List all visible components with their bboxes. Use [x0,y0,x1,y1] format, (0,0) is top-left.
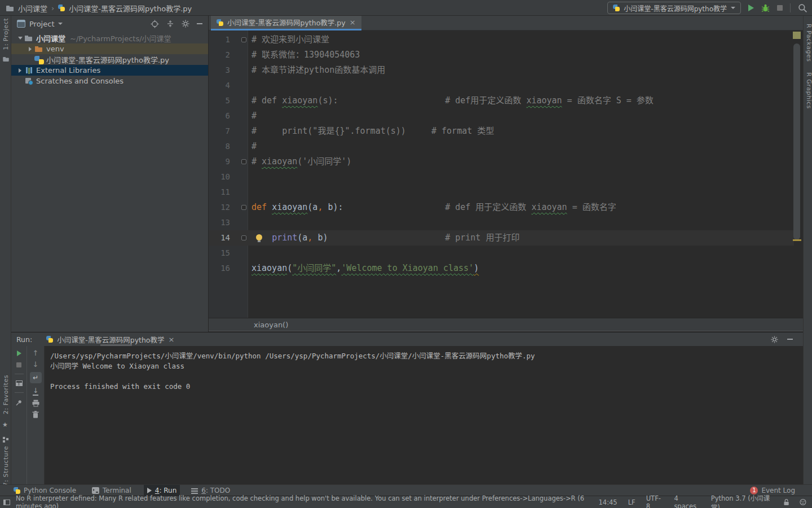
line-number: 12 [220,203,230,212]
up-arrow-icon[interactable]: ↑ [33,349,39,357]
gear-icon[interactable] [771,336,778,343]
print-icon[interactable] [32,400,39,407]
fold-marker-icon[interactable] [241,37,246,42]
code-line[interactable]: def xiaoyan(a, b): # def 用于定义函数 xiaoyan … [248,200,794,215]
status-indent[interactable]: 4 spaces [674,494,700,508]
code-token: # 本章节讲述python函数基本调用 [251,65,385,75]
tree-row[interactable]: External Libraries [11,65,208,76]
code-area[interactable]: # 欢迎来到小闫课堂# 联系微信：13904054063# 本章节讲述pytho… [248,32,794,276]
collapse-all-icon[interactable] [166,20,174,28]
editor-tab[interactable]: 小闫课堂-黑客云源码网pytho教学.py × [211,16,361,30]
warning-stripe-mark[interactable] [793,239,801,241]
gutter-line: 7 [209,124,248,139]
external-libraries-icon [24,66,34,75]
toolwindow-toggle-icon[interactable] [3,500,10,505]
intention-bulb-icon[interactable] [256,234,262,240]
tree-row[interactable]: Scratches and Consoles [11,76,208,86]
run-tab[interactable]: 小闫课堂-黑客云源码网pytho教学 × [46,334,174,345]
breadcrumb-project[interactable]: 小闫课堂 [18,3,47,14]
code-line[interactable]: # print("我是{}".format(s)) # format 类型 [248,124,794,139]
code-line[interactable] [248,215,794,230]
project-panel-actions [151,20,202,28]
tool-stripe-structure[interactable]: 7: Structure [2,446,10,486]
hide-panel-icon[interactable] [197,23,202,24]
editor-scrollbar[interactable] [793,43,800,240]
console-line [50,371,803,382]
status-line-separator[interactable]: LF [628,498,636,506]
code-line[interactable]: # def xiaoyan(s): # def用于定义函数 xiaoyan = … [248,93,794,108]
gutter-lines: 12345678910111213141516 [209,32,248,276]
tool-stripe-project[interactable]: 1: Project [2,18,10,50]
tree-row[interactable]: venv [11,43,208,54]
close-icon[interactable]: × [350,19,356,26]
folder-icon [6,5,14,12]
code-line[interactable] [248,246,794,261]
console-line: Process finished with exit code 0 [50,382,803,392]
stop-button[interactable] [777,5,783,11]
code-token: ( [287,263,292,273]
inspection-indicator[interactable] [793,32,801,39]
chevron-down-icon[interactable] [16,37,24,40]
down-arrow-icon[interactable]: ↓ [33,361,39,368]
breadcrumb-file[interactable]: 小闫课堂-黑客云源码网pytho教学.py [69,3,192,14]
tool-stripe-r-graphics[interactable]: R Graphics [805,72,812,109]
run-configuration-select[interactable]: 小闫课堂-黑客云源码网pytho教学 [607,2,741,14]
tree-row[interactable]: 小闫课堂~/PycharmProjects/小闫课堂 [11,33,208,43]
tree-row[interactable]: 小闫课堂-黑客云源码网pytho教学.py [11,54,208,65]
code-line[interactable]: # xiaoyan('小闫同学') [248,154,794,169]
close-icon[interactable]: × [169,336,175,343]
divider [15,392,24,393]
gutter-line: 11 [209,185,248,200]
restore-layout-icon[interactable] [16,380,23,386]
locate-icon[interactable] [151,20,159,28]
project-panel-title[interactable]: Project [29,20,54,28]
titlebar-actions: 小闫课堂-黑客云源码网pytho教学 [607,0,807,16]
status-bar: No R interpreter defined: Many R related… [0,496,812,508]
code-line[interactable]: print(a, b) # print 用于打印 [248,230,794,246]
tool-stripe-r-packages[interactable]: R Packages [805,24,812,62]
soft-wrap-icon[interactable]: ↵ [30,372,42,383]
chevron-right-icon[interactable] [26,47,34,51]
code-token: 'Welcome to Xiaoyan class' [341,263,474,273]
breadcrumb-scope[interactable]: xiaoyan() [254,321,288,329]
status-message[interactable]: No R interpreter defined: Many R related… [16,494,599,508]
line-number: 9 [226,157,230,166]
toolbtn-label: Terminal [103,487,131,494]
status-encoding[interactable]: UTF-8 [646,494,664,508]
hector-icon[interactable] [800,498,806,506]
rerun-button[interactable] [17,351,21,356]
chevron-right-icon[interactable] [16,68,24,73]
code-token [328,233,445,243]
chevron-down-icon[interactable] [58,23,63,25]
stop-button[interactable] [16,362,21,367]
code-line[interactable] [248,185,794,200]
fold-marker-icon[interactable] [241,235,246,240]
debug-button[interactable] [761,4,770,12]
code-line[interactable]: xiaoyan("小闫同学",'Welcome to Xiaoyan class… [248,261,794,276]
tree-item-label: Scratches and Consoles [36,77,123,85]
gear-icon[interactable] [182,20,189,28]
fold-marker-icon[interactable] [241,159,246,164]
run-icon [147,488,152,493]
run-button[interactable] [748,5,754,11]
lock-icon[interactable] [784,498,789,506]
code-line[interactable]: # [248,139,794,154]
code-line[interactable] [248,78,794,93]
code-line[interactable]: # 本章节讲述python函数基本调用 [248,63,794,78]
pin-icon[interactable] [15,399,23,406]
status-interpreter[interactable]: Python 3.7 (小闫课堂) [711,493,773,508]
code-line[interactable] [248,169,794,185]
fold-marker-icon[interactable] [241,205,246,210]
scroll-to-end-icon[interactable]: ↓ [33,387,38,396]
console-output[interactable]: /Users/ysp/PycharmProjects/小闫课堂/venv/bin… [45,346,803,484]
code-line[interactable]: # 欢迎来到小闫课堂 [248,32,794,47]
code-line[interactable]: # 联系微信：13904054063 [248,47,794,63]
hide-panel-icon[interactable] [787,339,793,340]
tool-stripe-favorites[interactable]: 2: Favorites [2,375,10,414]
run-panel-title: Run: [11,335,32,344]
search-everywhere-button[interactable] [798,3,807,13]
trash-icon[interactable] [32,411,39,418]
gutter-line: 2 [209,47,248,63]
code-line[interactable]: # [248,108,794,124]
status-time[interactable]: 14:45 [599,498,617,506]
